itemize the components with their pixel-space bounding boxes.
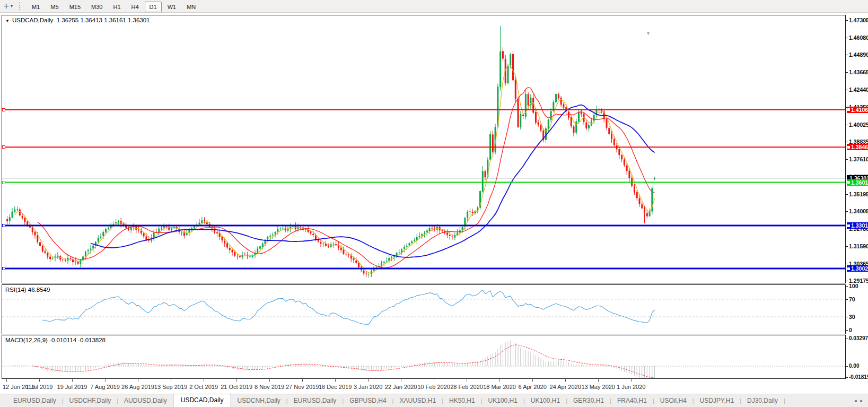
chart-tab-usdjpy-h1[interactable]: USDJPY,H1 (694, 395, 740, 407)
rsi-axis-tick (846, 286, 848, 287)
time-axis-label: 13 Sep 2019 (154, 384, 187, 390)
chart-tab-audusd-daily[interactable]: AUDUSD,Daily (118, 395, 173, 407)
time-axis-label: 22 Jan 2020 (385, 384, 417, 390)
timeframe-button-mn[interactable]: MN (182, 2, 200, 12)
chart-ohlc-values: 1.36255 1.36413 1.36161 1.36301 (57, 17, 150, 23)
chart-tabs-bar: EURUSD,Daily|USDCHF,Daily|AUDUSD,DailyUS… (0, 394, 868, 407)
time-axis-tick (105, 379, 106, 382)
price-axis-tick (846, 90, 848, 90)
candles (6, 26, 655, 278)
toolbar: ✛ ▾ M1M5M15M30H1H4D1W1MN (0, 0, 868, 13)
time-axis-tick (598, 379, 599, 382)
ma-line-34 (91, 105, 655, 257)
chart-tab-usoil-h4[interactable]: USOil,H4 (654, 395, 692, 407)
time-axis-label: 2 Oct 2019 (189, 384, 218, 390)
time-axis-tick (434, 379, 434, 382)
timeframe-button-w1[interactable]: W1 (163, 2, 181, 12)
price-plot[interactable] (2, 15, 845, 283)
time-axis-label: 26 Aug 2019 (121, 384, 154, 390)
timeframe-button-m5[interactable]: M5 (46, 2, 63, 12)
chart-tabs: EURUSD,Daily|USDCHF,Daily|AUDUSD,DailyUS… (0, 394, 785, 407)
macd-axis-label: 0.032972 (849, 335, 868, 342)
macd-plot[interactable] (2, 335, 845, 378)
price-axis-tick (846, 125, 848, 125)
chart-tab-hk50-h1[interactable]: HK50,H1 (443, 395, 481, 407)
chart-tab-ger30-h1[interactable]: GER30,H1 (567, 395, 610, 407)
hline-price-tag[interactable]: 1.30020 (847, 265, 868, 272)
time-axis-tick (631, 379, 632, 382)
chart-tab-usdcnh-daily[interactable]: USDCNH,Daily (231, 395, 286, 407)
macd-axis-label: 0.00 (849, 363, 859, 369)
chart-shift-marker-icon[interactable]: ▾ (647, 30, 650, 36)
chart-tab-eurusd-daily[interactable]: EURUSD,Daily (288, 395, 343, 407)
timeframe-button-m30[interactable]: M30 (86, 2, 107, 12)
price-chart-panel[interactable]: ▼USDCAD,Daily 1.36255 1.36413 1.36161 1.… (2, 15, 846, 283)
rsi-axis-tick (846, 317, 848, 317)
chart-tab-usdcad-daily[interactable]: USDCAD,Daily (173, 394, 232, 407)
price-axis-tick (846, 38, 848, 38)
price-axis-tick (846, 211, 848, 212)
tab-scroll-right-icon[interactable]: ▸ (860, 398, 863, 403)
time-axis-tick (499, 379, 500, 382)
price-axis-tick (846, 246, 848, 247)
tool-dropdown-caret-icon[interactable]: ▾ (11, 4, 13, 8)
price-axis-label: 1.44890 (849, 51, 868, 58)
chart-title: ▼USDCAD,Daily 1.36255 1.36413 1.36161 1.… (5, 17, 150, 23)
timeframe-buttons: M1M5M15M30H1H4D1W1MN (27, 2, 201, 11)
price-axis-label: 1.37610 (849, 156, 868, 162)
price-axis-label: 1.38835 (849, 138, 868, 145)
rsi-line (42, 290, 654, 325)
chart-tab-eurusd-daily[interactable]: EURUSD,Daily (7, 395, 62, 407)
time-axis-label: 7 Aug 2019 (90, 384, 120, 390)
chart-tab-usdchf-daily[interactable]: USDCHF,Daily (64, 395, 117, 407)
rsi-axis-tick (846, 299, 848, 300)
chart-tab-uk100-h1[interactable]: UK100,H1 (525, 395, 566, 407)
time-axis-tick (532, 379, 533, 382)
rsi-plot[interactable] (2, 285, 845, 334)
current-price-tag: 1.36301 (847, 175, 868, 181)
price-axis-tick (846, 159, 848, 160)
hline-tag-notch (847, 108, 850, 111)
chart-title-caret-icon[interactable]: ▼ (5, 19, 10, 23)
time-axis-tick (171, 379, 171, 382)
chart-tab-xauusd-h1[interactable]: XAUUSD,H1 (393, 395, 442, 407)
time-axis-tick (401, 379, 401, 382)
timeframe-button-m15[interactable]: M15 (65, 2, 85, 12)
hline-tag-notch (847, 181, 850, 184)
chart-tab-dj30-daily[interactable]: DJ30,Daily (741, 395, 784, 407)
price-axis-label: 1.31590 (849, 243, 868, 249)
chart-tab-fra40-h1[interactable]: FRA40,H1 (611, 395, 653, 407)
hline-price-tag[interactable]: 1.38464 (847, 144, 868, 150)
rsi-header: RSI(14) 46.8549 (5, 287, 50, 293)
hline-price-tag[interactable]: 1.41060 (847, 107, 868, 113)
toolbar-grip[interactable] (19, 2, 21, 10)
price-axis-label: 1.41250 (849, 104, 868, 110)
rsi-indicator-panel[interactable]: RSI(14) 46.8549 (2, 284, 846, 334)
tab-scroll-left-icon[interactable]: ◂ (854, 398, 857, 403)
rsi-axis-label: 70 (849, 296, 855, 302)
timeframe-button-d1[interactable]: D1 (145, 2, 162, 12)
macd-indicator-panel[interactable]: MACD(12,26,9) -0.010114 -0.013828 (2, 335, 846, 379)
time-axis-tick (204, 379, 204, 382)
chart-tab-gbpusd-h4[interactable]: GBPUSD,H4 (344, 395, 392, 407)
timeframe-button-h1[interactable]: H1 (108, 2, 125, 12)
price-axis-label: 1.46080 (849, 34, 868, 41)
time-axis-tick (236, 379, 237, 382)
price-axis-label: 1.34005 (849, 208, 868, 214)
price-axis-label: 1.43665 (849, 69, 868, 75)
rsi-axis-label: 0 (849, 327, 852, 333)
price-axis-tick (846, 72, 848, 73)
timeframe-button-h4[interactable]: H4 (127, 2, 144, 12)
time-axis-label: 1 Jul 2019 (26, 384, 53, 390)
rsi-axis-label: 100 (849, 283, 858, 289)
hline-price-tag[interactable]: 1.33011 (847, 222, 868, 229)
price-axis-label: 1.47305 (849, 17, 868, 23)
timeframe-button-m1[interactable]: M1 (27, 2, 45, 12)
price-axis-label: 1.29175 (849, 278, 868, 284)
crosshair-tool-icon[interactable]: ✛ (4, 3, 9, 10)
chart-tab-uk100-h1[interactable]: UK100,H1 (483, 395, 523, 407)
time-axis-tick (39, 379, 40, 382)
time-axis-label: 21 Oct 2019 (221, 384, 252, 390)
hline-price-tag[interactable]: 1.36015 (847, 179, 868, 186)
hline-tag-notch (847, 146, 850, 149)
